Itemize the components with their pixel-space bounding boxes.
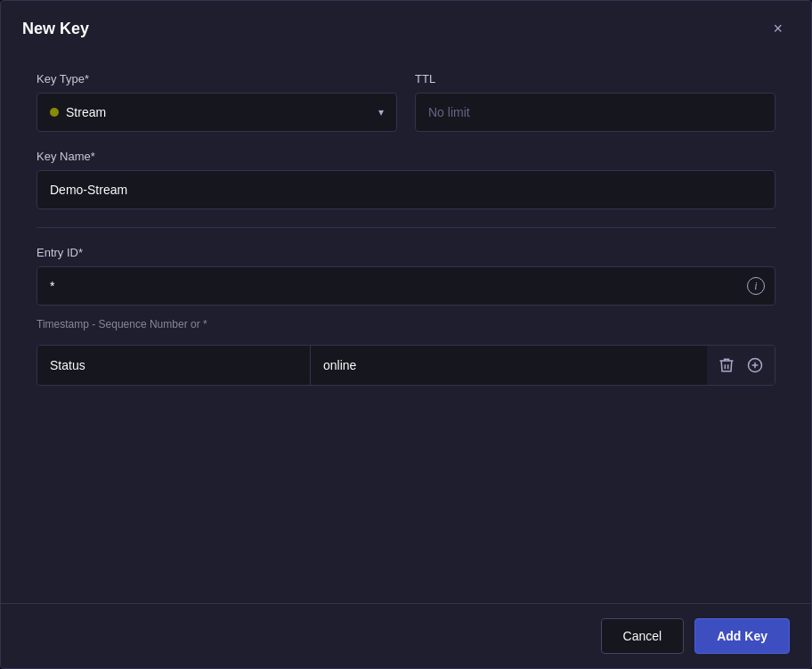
key-name-label: Key Name* <box>37 150 775 163</box>
key-type-group: Key Type* Stream ▾ <box>37 72 397 132</box>
cancel-button[interactable]: Cancel <box>601 618 685 654</box>
section-divider <box>37 227 775 228</box>
ttl-group: TTL <box>415 72 775 132</box>
chevron-down-icon: ▾ <box>378 106 384 118</box>
field-value-input[interactable] <box>311 346 707 385</box>
plus-circle-icon <box>746 356 764 374</box>
modal-overlay: New Key × Key Type* Stream ▾ <box>0 0 812 669</box>
key-name-input[interactable] <box>37 170 775 209</box>
ttl-input[interactable] <box>415 93 775 132</box>
entry-id-info-button[interactable]: i <box>747 277 765 295</box>
entry-id-wrapper: i <box>37 266 775 306</box>
modal-title: New Key <box>22 20 89 38</box>
info-icon: i <box>747 277 765 295</box>
entry-id-group: Entry ID* i Timestamp - Sequence Number … <box>37 246 775 330</box>
key-type-select[interactable]: Stream ▾ <box>37 93 397 132</box>
close-button[interactable]: × <box>766 17 790 40</box>
entry-id-input[interactable] <box>37 266 775 306</box>
field-row <box>37 345 775 386</box>
delete-field-button[interactable] <box>714 353 739 378</box>
key-type-label: Key Type* <box>37 72 397 86</box>
entry-id-section: Entry ID* i Timestamp - Sequence Number … <box>37 246 775 386</box>
modal-header: New Key × <box>1 1 811 54</box>
add-field-button[interactable] <box>743 353 767 378</box>
new-key-modal: New Key × Key Type* Stream ▾ <box>0 0 812 669</box>
modal-footer: Cancel Add Key <box>1 603 811 668</box>
key-name-group: Key Name* <box>37 150 775 209</box>
field-name-input[interactable] <box>37 346 311 385</box>
field-actions <box>707 346 775 385</box>
add-key-button[interactable]: Add Key <box>694 618 790 654</box>
stream-dot-icon <box>50 108 59 117</box>
entry-id-label: Entry ID* <box>37 246 775 259</box>
key-type-ttl-row: Key Type* Stream ▾ TTL <box>37 72 775 132</box>
entry-id-hint: Timestamp - Sequence Number or * <box>37 318 775 330</box>
trash-icon <box>718 356 735 374</box>
modal-body: Key Type* Stream ▾ TTL Key Name* <box>1 54 811 603</box>
key-type-value: Stream <box>66 105 106 119</box>
ttl-label: TTL <box>415 72 775 86</box>
